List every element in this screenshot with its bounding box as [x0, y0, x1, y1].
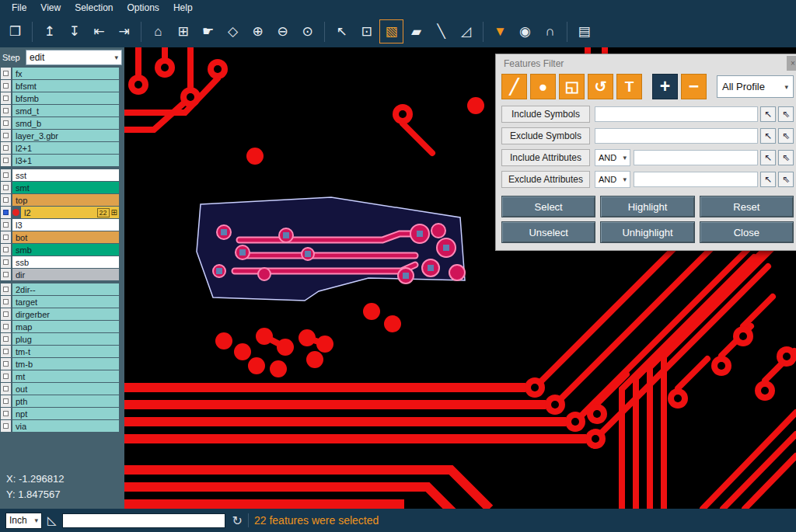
layer-visibility-checkbox[interactable]	[1, 117, 11, 129]
layer-row-smb[interactable]: smb	[0, 244, 124, 256]
notes-panel-icon[interactable]: ▤	[572, 19, 596, 43]
layer-row-bfsmt[interactable]: bfsmt	[0, 80, 124, 92]
close-button[interactable]: Close	[700, 221, 794, 243]
layer-name[interactable]: tm-t	[12, 346, 119, 357]
layer-row-fx[interactable]: fx	[0, 68, 124, 79]
lasso-select-icon[interactable]: ◇	[221, 19, 245, 43]
home-view-icon[interactable]: ⌂	[146, 19, 170, 43]
menu-help[interactable]: Help	[166, 2, 200, 13]
layer-row-bot[interactable]: bot	[0, 231, 124, 243]
filter-add-button[interactable]: +	[652, 74, 678, 99]
select-arrow-icon[interactable]: ↖	[330, 19, 354, 43]
filter-pads-button[interactable]: ●	[530, 74, 556, 99]
layer-name[interactable]: dir	[12, 269, 119, 280]
pcb-canvas[interactable]: Features Filter × ╱ ● ◱ ↺ T + − All Prof…	[124, 47, 796, 509]
layer-visibility-checkbox[interactable]	[1, 308, 11, 320]
exclude-symbols-button[interactable]: Exclude Symbols	[501, 127, 590, 144]
layer-row-bfsmb[interactable]: bfsmb	[0, 92, 124, 104]
layer-visibility-checkbox[interactable]	[1, 130, 11, 141]
layer-name[interactable]: smd_t	[12, 105, 119, 116]
menu-file[interactable]: File	[5, 2, 33, 13]
unhighlight-button[interactable]: Unhighlight	[600, 221, 694, 243]
layer-name[interactable]: smb	[12, 244, 119, 256]
pick-symbol-icon[interactable]: ↖	[760, 128, 776, 144]
layer-name[interactable]: bfsmb	[12, 92, 119, 104]
pick-attribute-icon[interactable]: ↖	[760, 172, 776, 187]
menu-options[interactable]: Options	[120, 2, 166, 13]
layer-visibility-checkbox[interactable]	[1, 256, 11, 268]
include-symbols-button[interactable]: Include Symbols	[501, 106, 590, 123]
open-folder-icon[interactable]: ❒	[3, 19, 27, 43]
selection-region[interactable]	[197, 197, 465, 301]
layer-name[interactable]: plug	[12, 333, 119, 345]
layer-row-npt[interactable]: npt	[0, 408, 124, 419]
filter-text-button[interactable]: T	[616, 74, 642, 99]
units-select[interactable]: Inch ▾	[5, 513, 42, 529]
layer-row-out[interactable]: out	[0, 383, 124, 395]
pan-hand-icon[interactable]: ☛	[196, 19, 220, 43]
layer-name[interactable]: l3	[12, 219, 119, 231]
filter-lines-button[interactable]: ╱	[501, 74, 527, 99]
layer-row-plug[interactable]: plug	[0, 333, 124, 345]
layer-row-top[interactable]: top	[0, 194, 124, 206]
layer-name[interactable]: sst	[12, 169, 119, 181]
layer-name[interactable]: out	[12, 383, 119, 395]
layer-visibility-checkbox[interactable]	[1, 219, 11, 231]
layer-row-tm-b[interactable]: tm-b	[0, 358, 124, 370]
include-symbols-input[interactable]	[595, 106, 758, 122]
include-attributes-input[interactable]	[634, 150, 758, 165]
reset-button[interactable]: Reset	[700, 196, 794, 217]
pick-attribute-add-icon[interactable]: ⇖	[778, 150, 794, 165]
layer-name[interactable]: ssb	[12, 256, 119, 268]
profile-select[interactable]: All Profile ▾	[717, 75, 794, 98]
filter-arcs-button[interactable]: ↺	[588, 74, 613, 99]
pick-symbol-add-icon[interactable]: ⇖	[778, 128, 794, 144]
exclude-attributes-operator-select[interactable]: AND ▾	[595, 171, 630, 188]
layer-visibility-checkbox[interactable]	[1, 207, 11, 218]
transform-select-icon[interactable]: ▧	[379, 19, 403, 43]
layer-name[interactable]: bfsmt	[12, 80, 119, 92]
layer-row-dir[interactable]: dir	[0, 269, 124, 280]
ruler-icon[interactable]: ◿	[454, 19, 478, 43]
layer-name[interactable]: 2dir--	[12, 283, 119, 295]
filter-icon[interactable]: ▼	[488, 19, 512, 43]
layer-visibility-checkbox[interactable]	[1, 283, 11, 295]
layer-row-smt[interactable]: smt	[0, 182, 124, 193]
unselect-button[interactable]: Unselect	[501, 221, 595, 243]
layer-row-layer_3.gbr[interactable]: layer_3.gbr	[0, 130, 124, 141]
layer-visibility-checkbox[interactable]	[1, 169, 11, 181]
highlight-button[interactable]: Highlight	[600, 196, 694, 217]
layer-name[interactable]: top	[12, 194, 119, 206]
layer-row-smd_b[interactable]: smd_b	[0, 117, 124, 129]
pick-symbol-icon[interactable]: ↖	[760, 106, 776, 122]
layer-visibility-checkbox[interactable]	[1, 244, 11, 256]
layer-row-target[interactable]: target	[0, 296, 124, 308]
layer-name[interactable]: l3+1	[12, 155, 119, 166]
layer-visibility-checkbox[interactable]	[1, 105, 11, 116]
snap-angle-icon[interactable]: ◺	[47, 513, 57, 527]
layer-visibility-checkbox[interactable]	[1, 182, 11, 193]
step-select[interactable]: edit ▾	[26, 50, 122, 65]
layer-name[interactable]: fx	[12, 68, 119, 79]
layer-visibility-checkbox[interactable]	[1, 155, 11, 166]
layer-visibility-checkbox[interactable]	[1, 321, 11, 332]
layer-visibility-checkbox[interactable]	[1, 80, 11, 92]
select-button[interactable]: Select	[501, 196, 595, 217]
exclude-attributes-button[interactable]: Exclude Attributes	[501, 171, 590, 188]
eraser-icon[interactable]: ▰	[404, 19, 428, 43]
layer-name[interactable]: map	[12, 321, 119, 332]
refresh-icon[interactable]: ↻	[232, 513, 243, 528]
layer-visibility-checkbox[interactable]	[1, 383, 11, 395]
layer-name[interactable]: mt	[12, 370, 119, 382]
layer-name[interactable]: dirgerber	[12, 308, 119, 320]
layer-visibility-checkbox[interactable]	[1, 142, 11, 154]
frame-select-icon[interactable]: ⊡	[354, 19, 379, 43]
layer-name[interactable]: bot	[12, 231, 119, 243]
exclude-symbols-input[interactable]	[595, 128, 758, 144]
zoom-window-icon[interactable]: ⊞	[171, 19, 195, 43]
layer-visibility-checkbox[interactable]	[1, 231, 11, 243]
layer-name[interactable]: pth	[12, 395, 119, 407]
dialog-titlebar[interactable]: Features Filter ×	[496, 54, 796, 72]
pick-symbol-add-icon[interactable]: ⇖	[778, 106, 794, 122]
import-step-icon[interactable]: ↧	[62, 19, 86, 43]
